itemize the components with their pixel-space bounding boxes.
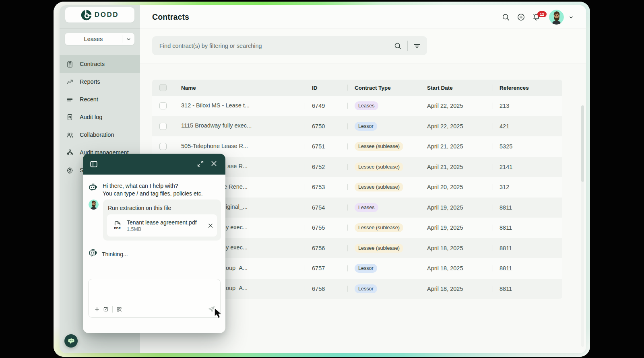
- cell-references: 8811: [493, 224, 562, 231]
- filter-button[interactable]: [413, 42, 421, 50]
- contract-type-badge: Lessee (sublease): [355, 183, 403, 191]
- cell-contract-type: Lessee (sublease): [347, 142, 420, 151]
- user-menu-button[interactable]: [568, 14, 574, 20]
- user-message-bubble: Run extraction on this file Tenant lease…: [103, 200, 221, 241]
- cell-id: 6750: [305, 123, 347, 130]
- column-header-id[interactable]: ID: [305, 85, 347, 91]
- cell-id: 6756: [305, 245, 347, 251]
- cell-references: 2141: [493, 164, 562, 170]
- assistant-greeting-line1: Hi there, what can I help with?: [103, 182, 203, 190]
- assistant-panel-header: [83, 154, 225, 175]
- contract-type-badge: Lessee (sublease): [355, 244, 403, 253]
- expand-icon[interactable]: [196, 160, 205, 169]
- cell-references: 5325: [493, 143, 562, 150]
- cell-start-date: April 21, 2025: [420, 164, 493, 170]
- search-icon[interactable]: [394, 42, 402, 50]
- robot-icon: [89, 249, 98, 258]
- document-search-icon: [66, 113, 74, 121]
- logo-text: DODD: [95, 11, 119, 19]
- row-checkbox-cell: [152, 102, 174, 109]
- sidebar-item-reports[interactable]: Reports: [60, 73, 140, 91]
- cell-references: 312: [493, 184, 562, 190]
- contract-type-badge: Lessor: [355, 264, 377, 273]
- assistant-panel: Hi there, what can I help with? You can …: [83, 154, 225, 333]
- contracts-search-bar[interactable]: Find contract(s) by filtering or searchi…: [152, 36, 427, 55]
- plus-icon[interactable]: [94, 307, 100, 312]
- add-button[interactable]: [513, 10, 528, 25]
- sidebar-item-recent[interactable]: Recent: [60, 91, 140, 108]
- chat-input[interactable]: [88, 279, 221, 318]
- edit-square-icon[interactable]: [103, 307, 109, 312]
- column-header-references[interactable]: References: [493, 85, 562, 91]
- table-row[interactable]: 312 - Biloxi MS - Lease t... 6749 Leases…: [152, 96, 562, 116]
- scrollbar-thumb[interactable]: [581, 105, 584, 182]
- row-checkbox-cell: [152, 123, 174, 130]
- cell-start-date: April 18, 2025: [420, 245, 493, 251]
- sidebar-divider: [60, 28, 140, 29]
- cell-references: 8811: [493, 245, 562, 251]
- assistant-panel-body: Hi there, what can I help with? You can …: [83, 175, 225, 333]
- column-header-type[interactable]: Contract Type: [347, 85, 420, 91]
- people-icon: [66, 131, 74, 139]
- cell-contract-type: Lessee (sublease): [347, 223, 420, 232]
- assistant-greeting: Hi there, what can I help with? You can …: [103, 182, 203, 197]
- assistant-launcher-button[interactable]: [64, 334, 78, 348]
- contract-name: 312 - Biloxi MS - Lease t...: [181, 102, 250, 109]
- cell-start-date: April 22, 2025: [420, 123, 493, 130]
- close-icon[interactable]: [210, 160, 219, 169]
- assistant-greeting-line2: You can type / and tag files, policies e…: [103, 190, 203, 198]
- row-checkbox[interactable]: [159, 143, 167, 150]
- cell-start-date: April 21, 2025: [420, 143, 493, 150]
- cell-references: 8811: [493, 286, 562, 292]
- search-icon: [502, 13, 510, 21]
- user-avatar-small: [89, 200, 99, 210]
- column-header-start-date[interactable]: Start Date: [420, 85, 493, 91]
- cell-start-date: April 18, 2025: [420, 286, 493, 292]
- table-row[interactable]: 1115 Broadway fully exec... 6750 Lessor …: [152, 116, 562, 137]
- remove-file-button[interactable]: [207, 222, 214, 229]
- cell-id: 6749: [305, 103, 347, 109]
- sidebar-item-audit-log[interactable]: Audit log: [60, 108, 140, 126]
- contract-type-badge: Lessor: [355, 122, 377, 131]
- header-actions: 12: [498, 5, 574, 29]
- grid-search-icon[interactable]: [116, 307, 122, 312]
- sidebar-item-label: Reports: [80, 78, 100, 85]
- tools-divider: [112, 306, 113, 313]
- chat-input-tools: [94, 306, 122, 313]
- sidebar-item-collaboration[interactable]: Collaboration: [60, 126, 140, 144]
- filter-toolbar: Find contract(s) by filtering or searchi…: [140, 29, 586, 64]
- notifications-button[interactable]: 12: [528, 10, 544, 25]
- cell-contract-type: Leases: [347, 203, 420, 212]
- assistant-status: Thinking...: [102, 251, 128, 258]
- page-title: Contracts: [152, 12, 189, 22]
- sidebar-item-contracts[interactable]: Contracts: [60, 55, 140, 73]
- search-divider: [407, 41, 408, 51]
- cell-contract-type: Lessor: [347, 122, 420, 131]
- user-avatar[interactable]: [549, 10, 564, 25]
- org-chart-icon: [66, 149, 74, 156]
- workspace-selector[interactable]: Leases: [65, 33, 134, 45]
- cell-id: 6754: [305, 204, 347, 211]
- cell-references: 213: [493, 103, 562, 109]
- table-header-row: Name ID Contract Type Start Date Referen…: [152, 80, 562, 96]
- cell-start-date: April 22, 2025: [420, 103, 493, 109]
- logo[interactable]: DODD: [65, 7, 134, 23]
- column-header-name[interactable]: Name: [174, 85, 305, 91]
- cell-contract-type: Lessee (sublease): [347, 163, 420, 171]
- screenshot-stage: DODD Leases Contracts Reports Recent Aud…: [0, 0, 644, 358]
- row-checkbox[interactable]: [159, 123, 167, 130]
- contract-type-badge: Lessee (sublease): [355, 223, 403, 232]
- row-checkbox[interactable]: [159, 102, 167, 109]
- user-message-text: Run extraction on this file: [108, 205, 171, 211]
- row-checkbox-cell: [152, 143, 174, 150]
- search-input[interactable]: Find contract(s) by filtering or searchi…: [159, 43, 394, 49]
- chevron-down-icon[interactable]: [122, 36, 134, 42]
- contract-type-badge: Lessor: [355, 284, 377, 293]
- robot-icon: [89, 183, 98, 192]
- list-lines-icon: [66, 96, 74, 103]
- cell-contract-type: Lessee (sublease): [347, 183, 420, 191]
- line-chart-icon: [66, 78, 74, 86]
- search-button[interactable]: [498, 10, 513, 25]
- select-all-checkbox[interactable]: [159, 84, 167, 91]
- panel-left-icon[interactable]: [89, 160, 98, 169]
